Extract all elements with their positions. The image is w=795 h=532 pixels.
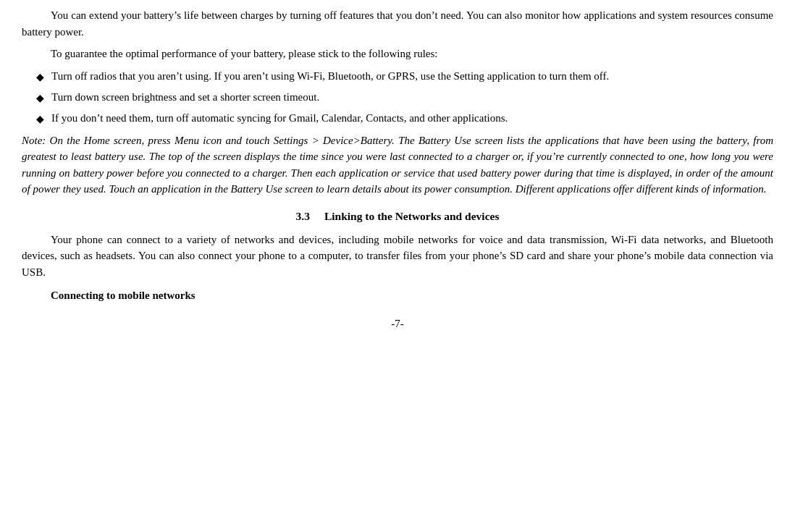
networks-paragraph: Your phone can connect to a variety of n…	[22, 232, 773, 281]
bullet-icon-3: ◆	[36, 111, 44, 127]
bullet-3-text: If you don’t need them, turn off automat…	[51, 110, 773, 127]
list-item: ◆ If you don’t need them, turn off autom…	[36, 110, 773, 127]
intro-paragraph: You can extend your battery’s life betwe…	[22, 7, 773, 40]
bullet-1-text: Turn off radios that you aren’t using. I…	[51, 68, 773, 85]
bullet-2-text: Turn down screen brightness and set a sh…	[51, 89, 773, 106]
list-item: ◆ Turn off radios that you aren’t using.…	[36, 68, 773, 85]
bullet-icon-1: ◆	[36, 69, 44, 85]
page-number: -7-	[22, 316, 773, 332]
bullet-list: ◆ Turn off radios that you aren’t using.…	[36, 68, 773, 127]
section-number: 3.3	[296, 210, 310, 222]
list-item: ◆ Turn down screen brightness and set a …	[36, 89, 773, 106]
section-title: Linking to the Networks and devices	[324, 210, 500, 222]
bullet-icon-2: ◆	[36, 90, 44, 106]
note-paragraph: Note: On the Home screen, press Menu ico…	[22, 132, 773, 198]
rules-intro: To guarantee the optimal performance of …	[22, 46, 773, 62]
sub-heading-mobile-networks: Connecting to mobile networks	[22, 287, 773, 304]
section-heading: 3.3Linking to the Networks and devices	[22, 208, 773, 224]
page-content: You can extend your battery’s life betwe…	[22, 7, 773, 332]
